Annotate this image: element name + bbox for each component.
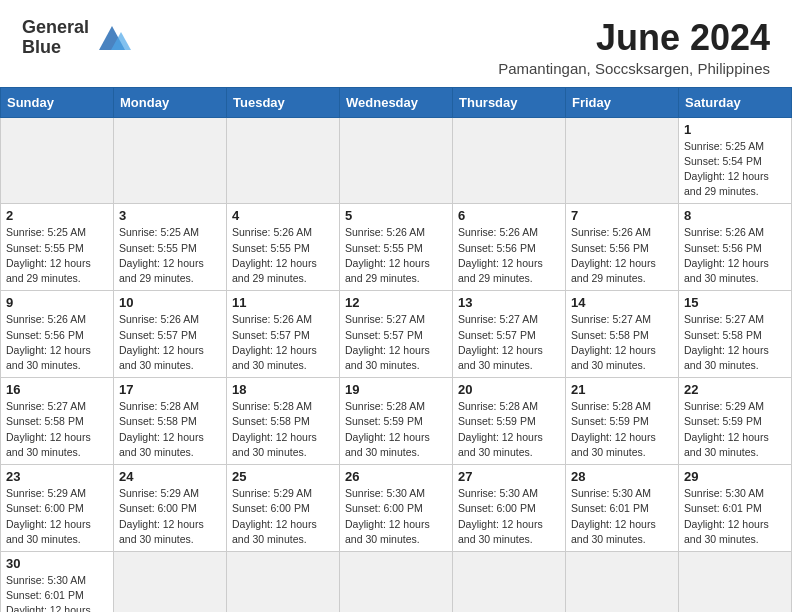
day-number: 30 <box>6 556 108 571</box>
day-number: 19 <box>345 382 447 397</box>
calendar-cell: 23Sunrise: 5:29 AM Sunset: 6:00 PM Dayli… <box>1 465 114 552</box>
day-info: Sunrise: 5:26 AM Sunset: 5:57 PM Dayligh… <box>232 312 334 373</box>
day-number: 12 <box>345 295 447 310</box>
day-info: Sunrise: 5:25 AM Sunset: 5:55 PM Dayligh… <box>119 225 221 286</box>
calendar-cell: 13Sunrise: 5:27 AM Sunset: 5:57 PM Dayli… <box>453 291 566 378</box>
day-info: Sunrise: 5:29 AM Sunset: 6:00 PM Dayligh… <box>119 486 221 547</box>
calendar-cell <box>340 117 453 204</box>
day-number: 3 <box>119 208 221 223</box>
day-number: 28 <box>571 469 673 484</box>
days-header-row: SundayMondayTuesdayWednesdayThursdayFrid… <box>1 87 792 117</box>
day-info: Sunrise: 5:28 AM Sunset: 5:58 PM Dayligh… <box>232 399 334 460</box>
calendar-cell: 19Sunrise: 5:28 AM Sunset: 5:59 PM Dayli… <box>340 378 453 465</box>
calendar-cell <box>114 551 227 612</box>
day-info: Sunrise: 5:26 AM Sunset: 5:55 PM Dayligh… <box>232 225 334 286</box>
calendar-cell: 25Sunrise: 5:29 AM Sunset: 6:00 PM Dayli… <box>227 465 340 552</box>
calendar-cell: 8Sunrise: 5:26 AM Sunset: 5:56 PM Daylig… <box>679 204 792 291</box>
day-number: 8 <box>684 208 786 223</box>
calendar-cell <box>679 551 792 612</box>
calendar-cell: 16Sunrise: 5:27 AM Sunset: 5:58 PM Dayli… <box>1 378 114 465</box>
day-info: Sunrise: 5:26 AM Sunset: 5:56 PM Dayligh… <box>571 225 673 286</box>
week-row-6: 30Sunrise: 5:30 AM Sunset: 6:01 PM Dayli… <box>1 551 792 612</box>
day-info: Sunrise: 5:26 AM Sunset: 5:56 PM Dayligh… <box>6 312 108 373</box>
day-info: Sunrise: 5:26 AM Sunset: 5:55 PM Dayligh… <box>345 225 447 286</box>
calendar-cell <box>114 117 227 204</box>
day-info: Sunrise: 5:30 AM Sunset: 6:01 PM Dayligh… <box>684 486 786 547</box>
day-info: Sunrise: 5:27 AM Sunset: 5:58 PM Dayligh… <box>6 399 108 460</box>
day-number: 10 <box>119 295 221 310</box>
calendar-cell <box>566 117 679 204</box>
week-row-4: 16Sunrise: 5:27 AM Sunset: 5:58 PM Dayli… <box>1 378 792 465</box>
calendar-cell: 7Sunrise: 5:26 AM Sunset: 5:56 PM Daylig… <box>566 204 679 291</box>
calendar-cell: 10Sunrise: 5:26 AM Sunset: 5:57 PM Dayli… <box>114 291 227 378</box>
day-number: 21 <box>571 382 673 397</box>
day-number: 6 <box>458 208 560 223</box>
day-number: 5 <box>345 208 447 223</box>
calendar-cell: 26Sunrise: 5:30 AM Sunset: 6:00 PM Dayli… <box>340 465 453 552</box>
day-info: Sunrise: 5:27 AM Sunset: 5:58 PM Dayligh… <box>684 312 786 373</box>
calendar-table: SundayMondayTuesdayWednesdayThursdayFrid… <box>0 87 792 612</box>
day-info: Sunrise: 5:27 AM Sunset: 5:58 PM Dayligh… <box>571 312 673 373</box>
day-info: Sunrise: 5:28 AM Sunset: 5:59 PM Dayligh… <box>458 399 560 460</box>
day-number: 15 <box>684 295 786 310</box>
calendar-cell: 17Sunrise: 5:28 AM Sunset: 5:58 PM Dayli… <box>114 378 227 465</box>
calendar-title: June 2024 <box>498 18 770 58</box>
day-header-friday: Friday <box>566 87 679 117</box>
day-info: Sunrise: 5:30 AM Sunset: 6:01 PM Dayligh… <box>6 573 108 612</box>
calendar-cell: 27Sunrise: 5:30 AM Sunset: 6:00 PM Dayli… <box>453 465 566 552</box>
day-info: Sunrise: 5:28 AM Sunset: 5:59 PM Dayligh… <box>571 399 673 460</box>
calendar-cell <box>340 551 453 612</box>
calendar-cell: 24Sunrise: 5:29 AM Sunset: 6:00 PM Dayli… <box>114 465 227 552</box>
calendar-cell: 30Sunrise: 5:30 AM Sunset: 6:01 PM Dayli… <box>1 551 114 612</box>
day-number: 1 <box>684 122 786 137</box>
logo-general: General <box>22 17 89 37</box>
day-number: 7 <box>571 208 673 223</box>
day-info: Sunrise: 5:30 AM Sunset: 6:01 PM Dayligh… <box>571 486 673 547</box>
day-number: 17 <box>119 382 221 397</box>
calendar-cell: 29Sunrise: 5:30 AM Sunset: 6:01 PM Dayli… <box>679 465 792 552</box>
calendar-cell: 9Sunrise: 5:26 AM Sunset: 5:56 PM Daylig… <box>1 291 114 378</box>
day-number: 25 <box>232 469 334 484</box>
calendar-cell <box>453 117 566 204</box>
day-info: Sunrise: 5:29 AM Sunset: 5:59 PM Dayligh… <box>684 399 786 460</box>
day-info: Sunrise: 5:25 AM Sunset: 5:55 PM Dayligh… <box>6 225 108 286</box>
calendar-cell: 20Sunrise: 5:28 AM Sunset: 5:59 PM Dayli… <box>453 378 566 465</box>
day-number: 24 <box>119 469 221 484</box>
day-info: Sunrise: 5:28 AM Sunset: 5:59 PM Dayligh… <box>345 399 447 460</box>
day-info: Sunrise: 5:26 AM Sunset: 5:56 PM Dayligh… <box>458 225 560 286</box>
calendar-cell: 22Sunrise: 5:29 AM Sunset: 5:59 PM Dayli… <box>679 378 792 465</box>
calendar-cell: 18Sunrise: 5:28 AM Sunset: 5:58 PM Dayli… <box>227 378 340 465</box>
title-block: June 2024 Pamantingan, Soccsksargen, Phi… <box>498 18 770 77</box>
week-row-5: 23Sunrise: 5:29 AM Sunset: 6:00 PM Dayli… <box>1 465 792 552</box>
day-number: 20 <box>458 382 560 397</box>
logo-text: General Blue <box>22 18 89 58</box>
day-info: Sunrise: 5:25 AM Sunset: 5:54 PM Dayligh… <box>684 139 786 200</box>
day-info: Sunrise: 5:30 AM Sunset: 6:00 PM Dayligh… <box>458 486 560 547</box>
calendar-cell <box>227 551 340 612</box>
calendar-cell: 4Sunrise: 5:26 AM Sunset: 5:55 PM Daylig… <box>227 204 340 291</box>
day-number: 4 <box>232 208 334 223</box>
page-header: General Blue June 2024 Pamantingan, Socc… <box>0 0 792 87</box>
calendar-cell: 14Sunrise: 5:27 AM Sunset: 5:58 PM Dayli… <box>566 291 679 378</box>
logo-blue: Blue <box>22 37 61 57</box>
day-info: Sunrise: 5:29 AM Sunset: 6:00 PM Dayligh… <box>232 486 334 547</box>
day-number: 16 <box>6 382 108 397</box>
calendar-cell: 21Sunrise: 5:28 AM Sunset: 5:59 PM Dayli… <box>566 378 679 465</box>
day-number: 29 <box>684 469 786 484</box>
calendar-cell <box>1 117 114 204</box>
day-info: Sunrise: 5:27 AM Sunset: 5:57 PM Dayligh… <box>345 312 447 373</box>
day-header-thursday: Thursday <box>453 87 566 117</box>
calendar-cell <box>453 551 566 612</box>
day-header-wednesday: Wednesday <box>340 87 453 117</box>
week-row-1: 1Sunrise: 5:25 AM Sunset: 5:54 PM Daylig… <box>1 117 792 204</box>
day-number: 14 <box>571 295 673 310</box>
week-row-2: 2Sunrise: 5:25 AM Sunset: 5:55 PM Daylig… <box>1 204 792 291</box>
day-number: 9 <box>6 295 108 310</box>
calendar-cell: 15Sunrise: 5:27 AM Sunset: 5:58 PM Dayli… <box>679 291 792 378</box>
day-number: 13 <box>458 295 560 310</box>
calendar-cell: 3Sunrise: 5:25 AM Sunset: 5:55 PM Daylig… <box>114 204 227 291</box>
day-header-tuesday: Tuesday <box>227 87 340 117</box>
calendar-subtitle: Pamantingan, Soccsksargen, Philippines <box>498 60 770 77</box>
calendar-cell: 2Sunrise: 5:25 AM Sunset: 5:55 PM Daylig… <box>1 204 114 291</box>
day-number: 11 <box>232 295 334 310</box>
